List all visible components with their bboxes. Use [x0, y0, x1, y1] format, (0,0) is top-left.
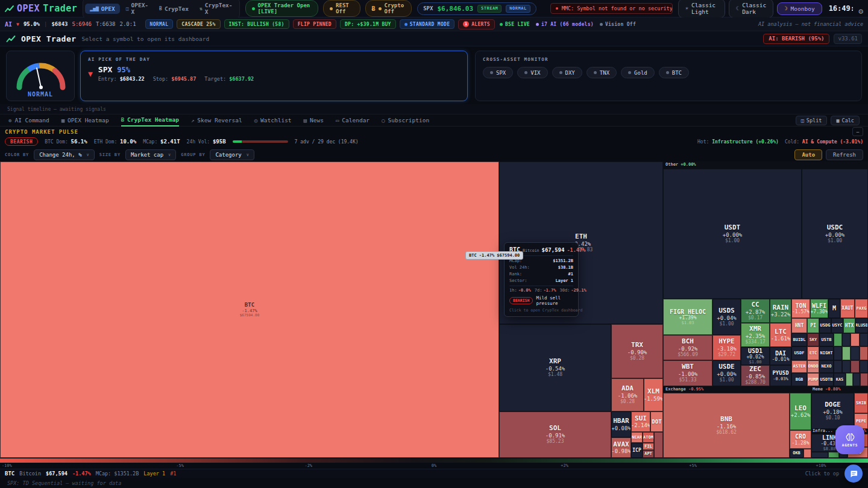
alerts-pill[interactable]: 1ALERTS: [458, 19, 495, 30]
rest-off-pill[interactable]: REST Off: [323, 0, 360, 17]
heatmap-tile-usds[interactable]: USDS+0.04%$1.00: [712, 299, 741, 335]
opex-trader-open-live-pill[interactable]: OPEX Trader Open [LIVE]: [245, 0, 319, 17]
heatmap-tile-usdf[interactable]: USDF: [791, 346, 807, 360]
heatmap-tile-btc[interactable]: BTC-1.47%$67594.00: [0, 161, 499, 458]
ai-pick-card[interactable]: AI PICK OF THE DAY ▼ SPX 95% Entry: $684…: [80, 51, 468, 101]
theme-moonboy[interactable]: ☽Moonboy: [777, 2, 822, 15]
asset-pill-vix[interactable]: VIX: [517, 67, 547, 78]
heatmap-tile-sol[interactable]: SOL-0.91%$85.23: [499, 411, 611, 458]
refresh-button[interactable]: Refresh: [826, 149, 863, 160]
heatmap-tile-bnb[interactable]: BNB-1.16%$618.62: [663, 393, 790, 458]
heatmap-tile-hnt[interactable]: HNT: [791, 318, 807, 333]
heatmap-tile-ton[interactable]: TON-1.57%: [791, 299, 810, 318]
heatmap-tile-cc[interactable]: CC+2.87%$0.17: [741, 299, 770, 323]
heatmap-tile-sui[interactable]: SUI-2.14%: [631, 411, 650, 432]
heatmap-tile-filler[interactable]: [853, 373, 860, 386]
vision-off-pill[interactable]: Vision Off: [599, 20, 637, 28]
size-by-select[interactable]: Market cap∨: [125, 149, 176, 160]
heatmap-tile-filler[interactable]: [851, 360, 860, 373]
heatmap-tile-ondo[interactable]: ONDO: [807, 360, 819, 373]
heatmap-tile-kas[interactable]: KAS: [834, 373, 846, 386]
heatmap-tile-filler[interactable]: [842, 360, 851, 373]
gear-icon[interactable]: ⚙: [858, 7, 863, 16]
heatmap-tile-filler[interactable]: [851, 346, 860, 360]
tab-cryptex-heatmap[interactable]: ɃCrypTex Heatmap: [121, 114, 179, 127]
bse-live-pill[interactable]: BSE LIVE: [498, 20, 531, 28]
action-calc[interactable]: ▦Calc: [831, 116, 860, 125]
heatmap-tile-filler[interactable]: [834, 333, 842, 346]
heatmap-tile-nexo[interactable]: NEXO: [819, 360, 834, 373]
nav-tab-cryptex[interactable]: ɃCrypTex: [154, 4, 193, 14]
heatmap-tile-dai[interactable]: DAI-0.01%: [770, 347, 791, 365]
heatmap-tile-pump[interactable]: PUMP: [807, 373, 819, 386]
heatmap-tile-usdg[interactable]: USDG: [819, 318, 831, 333]
nav-tab-opex-x[interactable]: ◫OPEX-X: [121, 0, 153, 17]
auto-button[interactable]: Auto: [794, 149, 822, 160]
heatmap-tile-m[interactable]: M: [828, 299, 840, 318]
tab-news[interactable]: ▤News: [304, 114, 324, 127]
agents-button[interactable]: AGENTS: [835, 425, 864, 454]
heatmap-tile-ustb[interactable]: USTB: [819, 333, 834, 346]
color-by-select[interactable]: Change 24h, %∨: [34, 149, 95, 160]
heatmap-tile-htx[interactable]: HTX: [843, 318, 855, 333]
heatmap-tile-atom[interactable]: ATOM: [643, 432, 654, 443]
heatmap-tile-filler[interactable]: [828, 452, 839, 458]
tab-subscription[interactable]: ○Subscription: [382, 114, 429, 127]
error-toast[interactable]: MMC: Symbol not found or no security def…: [550, 3, 673, 14]
heatmap-tile-usdtb[interactable]: USDTB: [819, 373, 834, 386]
heatmap-tile-wbt[interactable]: WBT-1.00%$51.33: [663, 360, 712, 386]
heatmap-tile-sky[interactable]: SKY: [807, 333, 819, 346]
spx-ticker[interactable]: SPX $6,846.03 STREAM NORMAL: [417, 2, 536, 15]
heatmap-tile-filler[interactable]: [860, 346, 868, 360]
flip-pinned-pill[interactable]: FLIP PINNED: [293, 19, 336, 29]
theme-classic-dark[interactable]: ☾Classic Dark: [729, 0, 773, 18]
heatmap-tile-dot[interactable]: DOT: [650, 411, 663, 432]
heatmap-tile-night[interactable]: NIGHT: [819, 346, 834, 360]
nav-tab-cryptex-x[interactable]: ⇅CrypTex-X: [195, 0, 237, 17]
cascade-25-pill[interactable]: CASCADE 25%: [177, 19, 220, 29]
heatmap-tile-filler[interactable]: [842, 346, 851, 360]
heatmap-tile-buidl[interactable]: BUIDL: [791, 333, 807, 346]
heatmap-tile-zec[interactable]: ZEC-0.85%$288.70: [741, 365, 770, 386]
heatmap-tile-bgb[interactable]: BGB: [791, 373, 807, 386]
heatmap-tile-near[interactable]: NEAR: [631, 432, 643, 443]
heatmap-tile-filler[interactable]: [834, 346, 842, 360]
heatmap-tile-hbar[interactable]: HBAR+0.08%: [611, 411, 631, 437]
i7-ai-66-models-pill[interactable]: i7 AI (66 models): [535, 20, 595, 28]
asset-pill-gold[interactable]: Gold: [621, 67, 655, 78]
heatmap-tile-filler[interactable]: [834, 360, 842, 373]
heatmap-tile-filler[interactable]: [811, 452, 828, 458]
heatmap-tile-usde[interactable]: USDE+0.00%$1.00: [712, 360, 741, 386]
heatmap-tile-filler[interactable]: [846, 373, 853, 386]
heatmap-tile-leo[interactable]: LEO+2.62%: [790, 393, 811, 430]
heatmap-tile-filler[interactable]: [842, 333, 851, 346]
heatmap-tile-avax[interactable]: AVAX-0.98%: [611, 437, 631, 458]
heatmap-tile-xaut[interactable]: XAUT: [840, 299, 855, 318]
heatmap-tile-filler[interactable]: [860, 360, 868, 373]
asset-pill-spx[interactable]: SPX: [483, 67, 513, 78]
heatmap-tile-filler[interactable]: [851, 333, 860, 346]
heatmap-tile-ada[interactable]: ADA-1.06%$0.28: [611, 378, 644, 411]
heatmap-tile-paxg[interactable]: PAXG: [855, 299, 868, 318]
theme-classic-light[interactable]: ☀Classic Light: [678, 0, 725, 18]
tab-opex-heatmap[interactable]: ▦OPEX Heatmap: [61, 114, 109, 127]
heatmap-tile-rlusd[interactable]: RLUSD: [855, 318, 868, 333]
heatmap-tile-aster[interactable]: ASTER: [791, 360, 807, 373]
heatmap-tile-doge[interactable]: DOGE+0.18%$0.10: [811, 393, 854, 429]
collapse-button[interactable]: −: [852, 127, 863, 136]
dp-39-1m-buy-pill[interactable]: DP: +$39.1M BUY: [340, 19, 396, 29]
heatmap-tile-shib[interactable]: SHIB: [854, 393, 868, 413]
heatmap-tile-trx[interactable]: TRX-0.90%$0.28: [611, 324, 663, 378]
action-split[interactable]: ◫Split: [796, 116, 828, 125]
heatmap-tile-filler[interactable]: [860, 373, 868, 386]
heatmap-tile-pyusd[interactable]: PYUSD-0.03%: [770, 365, 791, 386]
heatmap-tile-icp[interactable]: ICP: [631, 443, 643, 458]
group-by-select[interactable]: Category∨: [210, 149, 254, 160]
tab-calendar[interactable]: ▭Calendar: [336, 114, 370, 127]
heatmap-tile-ltc[interactable]: LTC-1.61%: [770, 323, 791, 347]
heatmap-tile-hype[interactable]: HYPE-3.18%$29.72: [712, 335, 741, 360]
inst-bullish-58-pill[interactable]: INST: BULLISH (58): [224, 19, 289, 29]
heatmap-tile-pi[interactable]: PI: [807, 318, 819, 333]
heatmap-tile-etc[interactable]: ETC: [807, 346, 819, 360]
chat-button[interactable]: [844, 465, 863, 483]
